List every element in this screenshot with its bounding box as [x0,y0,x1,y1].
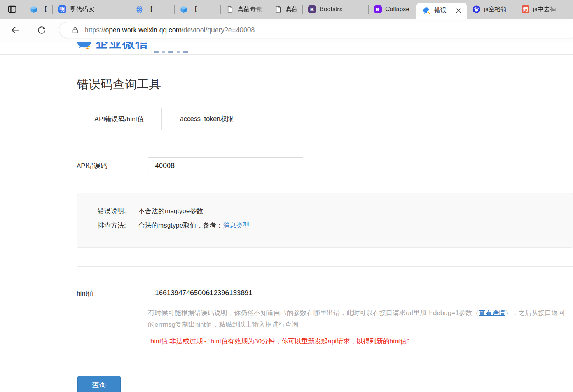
tab-title: 【 [147,5,171,14]
tab-title: Collapse [385,6,413,13]
browser-tab-7[interactable]: B Bootstra [303,0,368,19]
result-label: 错误说明: [98,206,138,217]
document-icon [226,5,234,14]
tab-title: 错误 [434,7,447,15]
result-value: 合法的msgtype取值，参考：消息类型 [138,220,249,231]
error-code-label: API错误码 [77,161,107,170]
lock-icon [71,26,79,34]
wework-logo-icon [77,42,93,51]
result-value: 不合法的msgtype参数 [138,206,203,217]
bootstrap-icon: B [374,5,382,14]
close-icon [456,8,461,14]
browser-tab-8[interactable]: B Collapse [369,0,416,19]
url-host: open.work.weixin.qq.com [105,26,182,34]
close-tab-button[interactable] [456,8,461,14]
browser-tab-3[interactable]: 【 [130,0,174,19]
site-logo-text: 企业微信 [96,42,149,52]
url-path: /devtool/query?e=40008 [182,26,255,34]
tab-actions-button[interactable] [0,0,24,19]
wework-icon [423,7,431,15]
url-text: https://open.work.weixin.qq.com/devtool/… [85,26,255,34]
hint-label: hint值 [77,289,94,298]
browser-tab-4[interactable]: 【 [175,0,220,19]
tab-actions-icon [7,4,17,14]
tab-title: 零代码实 [70,5,127,14]
view-details-link[interactable]: 查看详情 [479,309,505,317]
hint-input[interactable] [148,285,303,301]
tab-title: 【 [191,5,217,14]
cube-icon [30,5,38,14]
refresh-button[interactable] [35,24,48,37]
hint-error-message: hint值 非法或过期 - “hint值有效期为30分钟，你可以重新发起api请… [150,337,409,346]
baidu-icon [472,5,480,14]
header-nav-fragment [154,51,188,53]
message-type-link[interactable]: 消息类型 [223,222,249,229]
refresh-icon [37,25,47,35]
result-row: 错误说明: 不合法的msgtype参数 [98,206,573,217]
back-arrow-icon [10,25,21,35]
query-button[interactable]: 查询 [77,376,121,392]
url-scheme: https:// [85,26,105,34]
browser-tab-bar: 【 明 零代码实 【 【 真菌毒素 [0,0,573,19]
tab-title: 真菌毒素 [286,5,299,14]
bootstrap-icon: B [308,5,316,14]
site-header: 企业微信 [0,42,573,55]
jian-badge-icon: 简 [521,5,529,14]
result-box: 错误说明: 不合法的msgtype参数 排查方法: 合法的msgtype取值，参… [77,192,573,248]
address-bar[interactable]: https://open.work.weixin.qq.com/devtool/… [59,22,573,38]
tab-api-error-code[interactable]: API错误码/hint值 [77,108,162,130]
wework-logo: 企业微信 [77,42,149,52]
hint-help-text: 有时候可能根据错误码说明，你仍然不知道自己的参数在哪里出错，此时可以在接口请求u… [148,307,569,330]
document-icon [274,5,282,14]
tab-access-token[interactable]: access_token权限 [162,107,252,130]
browser-tab-11[interactable]: 简 js中去掉 [516,0,565,19]
browser-tab-1[interactable]: 【 [24,0,52,19]
tab-title: js空格符 [484,5,513,14]
result-row: 排查方法: 合法的msgtype取值，参考：消息类型 [98,220,573,231]
browser-tab-6[interactable]: 真菌毒素 [269,0,302,19]
back-button[interactable] [9,24,22,37]
result-label: 排查方法: [98,220,138,231]
error-code-input[interactable] [148,157,303,174]
browser-toolbar: https://open.work.weixin.qq.com/devtool/… [0,19,573,42]
tab-title: js中去掉 [533,5,562,14]
ming-badge-icon: 明 [58,5,66,14]
browser-tab-active[interactable]: 错误 [416,3,467,19]
page-title: 错误码查询工具 [77,76,161,93]
browser-tab-10[interactable]: js空格符 [467,0,516,19]
browser-tab-5[interactable]: 真菌毒素 [221,0,269,19]
section-divider [77,266,573,267]
tab-title: 【 [41,5,49,14]
browser-tab-2[interactable]: 明 零代码实 [53,0,130,19]
cube-icon [180,5,188,14]
atom-icon [135,5,143,14]
section-divider [77,366,573,366]
tab-title: 真菌毒素 [238,5,266,14]
tab-title: Bootstra [320,6,365,13]
page-tabs: API错误码/hint值 access_token权限 [77,108,573,130]
